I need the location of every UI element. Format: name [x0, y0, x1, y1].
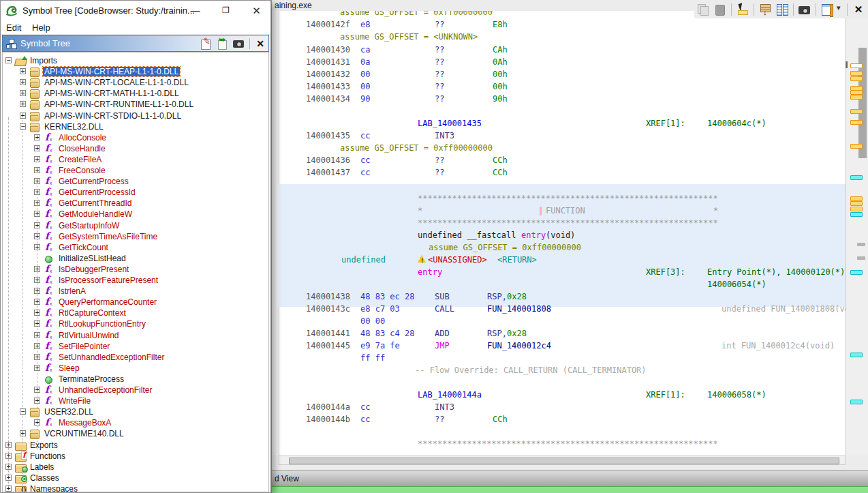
tree-label-GetCurrentProcess[interactable]: GetCurrentProcess: [57, 177, 130, 186]
listing-marker-margin[interactable]: [846, 18, 868, 455]
listing-line[interactable]: 140001437cc??CCh: [279, 166, 846, 179]
tree-label-CloseHandle[interactable]: CloseHandle: [57, 144, 107, 153]
plus-expander-icon[interactable]: +: [34, 156, 40, 162]
tree-label-GetSystemTimeAsFileTime[interactable]: GetSystemTimeAsFileTime: [57, 232, 159, 241]
tree-row[interactable]: −USER32.DLL: [3, 406, 268, 417]
orange-marker[interactable]: [850, 90, 863, 95]
listing-line[interactable]: 00 00: [279, 315, 846, 327]
tree-row[interactable]: +RtlCaptureContext: [3, 308, 268, 318]
tree-label-IsProcessorFeaturePresent[interactable]: IsProcessorFeaturePresent: [57, 275, 159, 285]
tree-row[interactable]: +VCRUNTIME140.DLL: [3, 428, 268, 439]
tree-label-API-MS-WIN-CRT-STDIO-L1-1-0.DLL[interactable]: API-MS-WIN-CRT-STDIO-L1-1-0.DLL: [43, 111, 183, 121]
tree-row[interactable]: +SetUnhandledExceptionFilter: [3, 352, 268, 363]
plus-expander-icon[interactable]: +: [20, 101, 26, 107]
plus-expander-icon[interactable]: +: [34, 398, 40, 404]
tree-label-CreateFileA[interactable]: CreateFileA: [57, 155, 103, 164]
tree-row[interactable]: +API-MS-WIN-CRT-STDIO-L1-1-0.DLL: [3, 110, 268, 121]
tree-row[interactable]: +API-MS-WIN-CRT-LOCALE-L1-1-0.DLL: [3, 77, 268, 88]
tree-row[interactable]: +API-MS-WIN-CRT-MATH-L1-1-0.DLL: [3, 88, 268, 99]
tree-row[interactable]: +Namespaces: [3, 483, 268, 492]
listing-line[interactable]: undefined __fastcall entry(void): [279, 229, 846, 241]
tree-label-KERNEL32.DLL[interactable]: KERNEL32.DLL: [43, 122, 105, 132]
plus-expander-icon[interactable]: +: [34, 299, 40, 305]
tree-label-Classes[interactable]: Classes: [29, 473, 61, 483]
tree-label-Functions[interactable]: Functions: [29, 451, 67, 461]
listing-display-icon[interactable]: [820, 2, 835, 17]
tree-row[interactable]: +SetFilePointer: [3, 341, 268, 352]
plus-expander-icon[interactable]: +: [34, 211, 40, 217]
cyan-marker[interactable]: [850, 175, 863, 180]
plus-expander-icon[interactable]: +: [34, 277, 40, 283]
maximize-icon[interactable]: ❐: [211, 1, 241, 20]
listing-line[interactable]: 14000144bcc??CCh: [279, 413, 846, 425]
tree-label-SetFilePointer[interactable]: SetFilePointer: [57, 342, 111, 351]
plus-expander-icon[interactable]: +: [34, 332, 40, 338]
listing-line[interactable]: assume GS_OFFSET = <UNKNOWN>: [279, 31, 846, 43]
tree-row[interactable]: TerminateProcess: [3, 374, 268, 385]
edit-note-icon[interactable]: [200, 38, 213, 50]
tree-row[interactable]: +QueryPerformanceCounter: [3, 297, 268, 308]
tree-row[interactable]: +lstrlenA: [3, 286, 268, 297]
snapshot-icon[interactable]: [233, 38, 245, 50]
plus-expander-icon[interactable]: +: [34, 288, 40, 294]
plus-expander-icon[interactable]: +: [5, 485, 12, 492]
tree-label-Exports[interactable]: Exports: [29, 440, 59, 450]
tree-label-API-MS-WIN-CRT-MATH-L1-1-0.DLL[interactable]: API-MS-WIN-CRT-MATH-L1-1-0.DLL: [43, 89, 181, 98]
plus-expander-icon[interactable]: +: [34, 419, 40, 425]
disassembly-listing[interactable]: assume GS_OFFSET = 0xff0000000014000142f…: [279, 0, 846, 455]
tree-row[interactable]: −KERNEL32.DLL: [3, 121, 268, 132]
listing-line[interactable]: assume GS_OFFSET = 0xff00000000: [279, 142, 846, 154]
listing-line[interactable]: 14000143200??00h: [279, 68, 846, 80]
tree-label-API-MS-WIN-CRT-HEAP-L1-1-0.DLL[interactable]: API-MS-WIN-CRT-HEAP-L1-1-0.DLL: [43, 67, 180, 76]
gray-marker[interactable]: [857, 243, 865, 246]
minus-expander-icon[interactable]: −: [20, 408, 26, 415]
plus-expander-icon[interactable]: +: [5, 464, 12, 470]
plus-expander-icon[interactable]: +: [20, 113, 26, 119]
tree-row[interactable]: +UnhandledExceptionFilter: [3, 385, 268, 395]
tree-row[interactable]: +API-MS-WIN-CRT-RUNTIME-L1-1-0.DLL: [3, 99, 268, 110]
tree-row[interactable]: +GetTickCount: [3, 242, 268, 253]
tree-label-RtlCaptureContext[interactable]: RtlCaptureContext: [57, 308, 127, 318]
plus-expander-icon[interactable]: +: [34, 343, 40, 349]
tree-label-TerminateProcess[interactable]: TerminateProcess: [57, 374, 125, 384]
cyan-marker[interactable]: [850, 270, 863, 275]
close-icon[interactable]: ✕: [851, 2, 866, 17]
tree-row[interactable]: +Labels: [3, 462, 268, 473]
tree-label-SetUnhandledExceptionFilter[interactable]: SetUnhandledExceptionFilter: [57, 353, 166, 362]
tree-label-QueryPerformanceCounter[interactable]: QueryPerformanceCounter: [57, 297, 158, 307]
symbol-tree-panel-header[interactable]: Symbol Tree ✕: [2, 35, 269, 52]
listing-line[interactable]: 14000143490??90h: [279, 93, 846, 105]
plus-expander-icon[interactable]: +: [34, 200, 40, 206]
tree-label-lstrlenA[interactable]: lstrlenA: [57, 286, 87, 296]
plus-expander-icon[interactable]: +: [20, 79, 26, 85]
tree-row[interactable]: +Classes: [3, 473, 268, 483]
plus-expander-icon[interactable]: +: [20, 90, 26, 96]
plus-expander-icon[interactable]: +: [34, 310, 40, 316]
tree-label-UnhandledExceptionFilter[interactable]: UnhandledExceptionFilter: [57, 385, 153, 395]
tree-label-USER32.DLL[interactable]: USER32.DLL: [43, 407, 95, 417]
plus-expander-icon[interactable]: +: [5, 442, 12, 448]
tree-row[interactable]: +RtlVirtualUnwind: [3, 330, 268, 341]
orange-marker[interactable]: [850, 144, 863, 149]
tree-row[interactable]: +GetCurrentThreadId: [3, 198, 268, 209]
menu-edit[interactable]: Edit: [6, 23, 21, 33]
plus-expander-icon[interactable]: +: [34, 354, 40, 360]
listing-line[interactable]: 14000143300??00h: [279, 80, 846, 93]
plus-expander-icon[interactable]: +: [34, 189, 40, 195]
listing-line[interactable]: ff ff: [279, 352, 846, 364]
listing-line[interactable]: ****************************************…: [279, 438, 846, 450]
memory-map-icon[interactable]: [758, 2, 773, 17]
gray-marker[interactable]: [857, 256, 865, 260]
tree-row[interactable]: +GetModuleHandleW: [3, 209, 268, 220]
menu-caret-icon[interactable]: [837, 2, 843, 17]
tree-row[interactable]: +GetSystemTimeAsFileTime: [3, 231, 268, 242]
plus-expander-icon[interactable]: +: [34, 387, 40, 393]
plus-expander-icon[interactable]: +: [34, 145, 40, 151]
tree-row[interactable]: +CloseHandle: [3, 143, 268, 154]
listing-line[interactable]: 14000144148 83 c4 28ADDRSP,0x28: [279, 327, 846, 340]
listing-line[interactable]: assume GS_OFFSET = 0xff00000000: [279, 241, 846, 254]
listing-line[interactable]: LAB_14000144aXREF[1]:140006058(*): [279, 389, 846, 401]
tree-label-API-MS-WIN-CRT-RUNTIME-L1-1-0.DLL[interactable]: API-MS-WIN-CRT-RUNTIME-L1-1-0.DLL: [43, 100, 195, 109]
orange-marker[interactable]: [850, 196, 863, 201]
tree-row[interactable]: +FreeConsole: [3, 165, 268, 176]
